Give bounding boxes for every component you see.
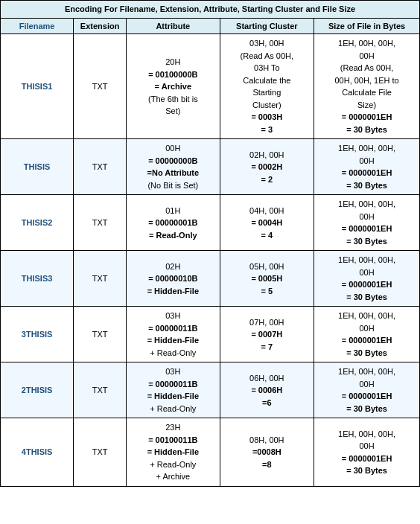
cell-filename: 3THISIS [1,307,74,362]
cell-attribute: 23H= 00100011B= Hidden-File+ Read-Only+ … [127,418,220,487]
size-line: 00H [359,380,374,389]
attr-line: = Hidden-File [147,447,199,456]
size-line: 00H, 00H, 1EH to [334,76,398,85]
cell-cluster: 07H, 00H= 0007H= 7 [220,307,314,362]
col-header-cluster: Starting Cluster [220,19,314,34]
cluster-line: = 0002H [251,162,282,171]
cluster-line: =0008H [252,447,281,456]
cell-cluster: 04H, 00H= 0004H= 4 [220,195,314,251]
cell-size: 1EH, 00H, 00H,00H= 0000001EH= 30 Bytes [314,418,420,487]
cluster-line: Calculate the [243,76,290,85]
col-header-attribute: Attribute [127,19,220,34]
cell-extension: TXT [74,362,127,418]
attr-line: + Read-Only [150,348,196,357]
attr-line: =No Attribute [147,168,200,177]
attr-line: = Hidden-File [147,287,199,295]
attr-line: + Archive [156,472,191,481]
cluster-line: 02H, 00H [249,150,284,159]
cluster-line: = 0003H [251,112,282,121]
cell-cluster: 06H, 00H= 0006H=6 [220,362,314,418]
attr-line: 03H [165,311,180,320]
cluster-line: = 0005H [251,274,282,283]
attr-line: = 00100011B [148,435,197,444]
attr-line: 03H [165,367,180,376]
cell-attribute: 20H= 00100000B= Archive(The 6th bit isSe… [127,34,220,139]
cell-filename: 2THISIS [1,362,74,418]
cluster-line: 05H, 00H [249,262,284,271]
cluster-line: 07H, 00H [249,318,284,327]
size-line: 00H [359,441,374,450]
size-line: = 30 Bytes [346,237,387,246]
cluster-line: 03H, 00H [249,39,284,48]
cell-filename: 4THISIS [1,418,74,487]
cell-attribute: 01H= 00000001B= Read-Only [127,195,220,251]
cell-size: 1EH, 00H, 00H,00H= 0000001EH= 30 Bytes [314,307,420,362]
size-line: = 0000001EH [342,336,392,345]
size-line: = 30 Bytes [346,466,387,475]
size-line: 00H [359,156,374,165]
cluster-line: = 0006H [251,386,282,394]
cell-attribute: 02H= 00000010B= Hidden-File [127,251,220,307]
size-line: = 30 Bytes [346,181,387,190]
table-row: 3THISISTXT03H= 00000011B= Hidden-File+ R… [1,307,420,362]
size-line: = 0000001EH [342,168,392,177]
cell-extension: TXT [74,195,127,251]
cell-extension: TXT [74,418,127,487]
attr-line: 01H [165,206,180,215]
cluster-line: Starting [252,88,281,97]
size-line: = 30 Bytes [346,404,387,413]
attr-line: = 00000000B [148,156,197,165]
cell-size: 1EH, 00H, 00H,00H= 0000001EH= 30 Bytes [314,139,420,195]
attr-line: = 00100000B [148,70,197,79]
size-line: 00H [359,268,374,277]
attr-line: + Read-Only [150,460,196,469]
attr-line: 00H [165,144,180,153]
cell-size: 1EH, 00H, 00H,00H(Read As 00H,00H, 00H, … [314,34,420,139]
attr-line: (The 6th bit is [148,95,198,103]
cluster-line: = 0007H [251,330,282,339]
size-line: 1EH, 00H, 00H, [338,39,395,48]
cell-size: 1EH, 00H, 00H,00H= 0000001EH= 30 Bytes [314,362,420,418]
attr-line: = Hidden-File [147,336,199,345]
size-line: 00H [359,324,374,333]
cell-filename: THISIS1 [1,34,74,139]
cell-extension: TXT [74,139,127,195]
attr-line: = Read-Only [149,231,197,240]
attr-line: 23H [165,423,180,432]
attr-line: (No Bit is Set) [147,181,198,190]
size-line: 00H [359,212,374,221]
cluster-line: =8 [262,460,272,469]
cell-size: 1EH, 00H, 00H,00H= 0000001EH= 30 Bytes [314,251,420,307]
col-header-filename: Filename [1,19,74,34]
size-line: (Read As 00H, [340,63,394,72]
cluster-line: 03H To [254,63,280,72]
cell-filename: THISIS2 [1,195,74,251]
cluster-line: (Read As 00H, [241,51,294,60]
table-row: THISIS3TXT02H= 00000010B= Hidden-File05H… [1,251,420,307]
size-line: Calculate File [342,88,392,97]
cluster-line: 08H, 00H [249,435,284,444]
cell-attribute: 03H= 00000011B= Hidden-File+ Read-Only [127,362,220,418]
cluster-line: = 4 [261,231,273,240]
size-line: = 0000001EH [342,454,392,463]
cluster-line: = 7 [261,342,273,351]
table-row: THISIS1TXT20H= 00100000B= Archive(The 6t… [1,34,420,139]
table-row: THISIS2TXT01H= 00000001B= Read-Only04H, … [1,195,420,251]
attr-line: 20H [165,57,180,66]
cluster-line: = 3 [261,125,273,134]
size-line: = 0000001EH [342,392,392,400]
table-row: THISISTXT00H= 00000000B=No Attribute(No … [1,139,420,195]
size-line: = 0000001EH [342,112,392,121]
attr-line: + Read-Only [150,404,196,413]
attr-line: = Hidden-File [147,392,199,400]
cell-cluster: 02H, 00H= 0002H= 2 [220,139,314,195]
cell-extension: TXT [74,251,127,307]
cell-cluster: 03H, 00H(Read As 00H,03H ToCalculate the… [220,34,314,139]
attr-line: = 00000011B [148,380,197,389]
cell-size: 1EH, 00H, 00H,00H= 0000001EH= 30 Bytes [314,195,420,251]
size-line: = 0000001EH [342,224,392,233]
size-line: = 30 Bytes [346,293,387,301]
size-line: Size) [357,100,376,109]
table-row: 4THISISTXT23H= 00100011B= Hidden-File+ R… [1,418,420,487]
size-line: 1EH, 00H, 00H, [338,144,395,153]
